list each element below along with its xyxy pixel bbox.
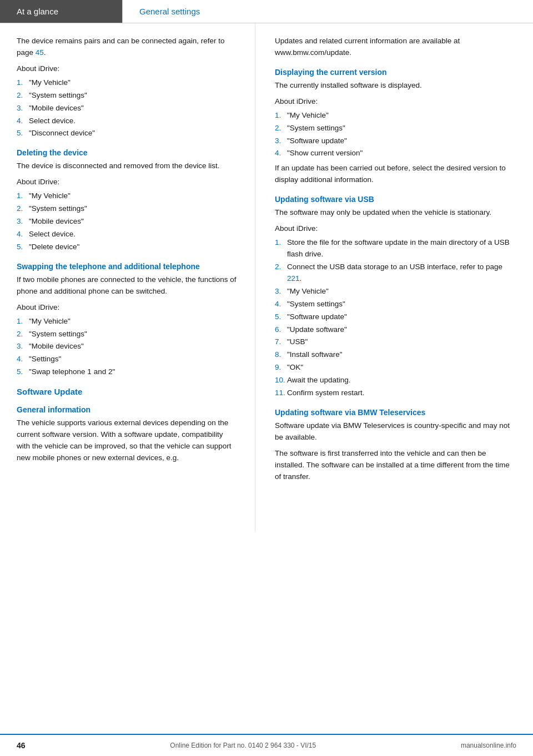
- list-item: 2."System settings": [17, 203, 238, 215]
- list-item: 10.Await the updating.: [275, 375, 516, 386]
- tab-at-a-glance[interactable]: At a glance: [0, 0, 122, 23]
- list-item: 5."Software update": [275, 311, 516, 323]
- list-swap: 1."My Vehicle" 2."System settings" 3."Mo…: [17, 316, 238, 379]
- heading-deleting: Deleting the device: [17, 148, 238, 157]
- list-item: 1.Store the file for the software update…: [275, 237, 516, 260]
- heading-usb: Updating software via USB: [275, 195, 516, 204]
- list-display-version: 1."My Vehicle" 2."System settings" 3."So…: [275, 110, 516, 160]
- list-item: 2.Connect the USB data storage to an USB…: [275, 261, 516, 285]
- list-item: 1."My Vehicle": [275, 110, 516, 122]
- list-disconnect: 1."My Vehicle" 2."System settings" 3."Mo…: [17, 77, 238, 140]
- about-idrive-2: About iDrive:: [17, 177, 238, 188]
- heading-software-update: Software Update: [17, 387, 238, 396]
- list-item: 4."System settings": [275, 299, 516, 310]
- para-swapping: If two mobile phones are connected to th…: [17, 274, 238, 298]
- para-updates: Updates and related current information …: [275, 36, 516, 59]
- about-idrive-right-1: About iDrive:: [275, 96, 516, 108]
- list-item: 8."Install software": [275, 349, 516, 361]
- list-item: 7."USB": [275, 336, 516, 348]
- list-item: 4."Settings": [17, 354, 238, 365]
- list-item: 3."Mobile devices": [17, 216, 238, 228]
- list-item: 3."Mobile devices": [17, 103, 238, 114]
- list-item: 1."My Vehicle": [17, 77, 238, 89]
- para-bmw1: Software update via BMW Teleservices is …: [275, 420, 516, 443]
- list-item: 4."Show current version": [275, 148, 516, 159]
- para-after-version-list: If an update has been carried out before…: [275, 163, 516, 186]
- about-idrive-3: About iDrive:: [17, 302, 238, 314]
- footer: 46 Online Edition for Part no. 0140 2 96…: [0, 734, 533, 756]
- list-item: 9."OK": [275, 362, 516, 374]
- para-deleting: The device is disconnected and removed f…: [17, 160, 238, 172]
- list-usb-update: 1.Store the file for the software update…: [275, 237, 516, 399]
- list-item: 5."Swap telephone 1 and 2": [17, 366, 238, 378]
- about-idrive-1: About iDrive:: [17, 63, 238, 75]
- para-displaying: The currently installed software is disp…: [275, 80, 516, 92]
- list-item: 4.Select device.: [17, 115, 238, 127]
- list-item: 2."System settings": [17, 329, 238, 340]
- reconnect-para: The device remains pairs and can be conn…: [17, 36, 238, 59]
- heading-displaying: Displaying the current version: [275, 68, 516, 77]
- list-item: 3."Software update": [275, 135, 516, 147]
- page-link-45[interactable]: 45: [36, 48, 44, 57]
- list-item: 3."My Vehicle": [275, 286, 516, 298]
- page-number: 46: [17, 741, 26, 750]
- main-content: The device remains pairs and can be conn…: [0, 23, 533, 532]
- footer-center-text: Online Edition for Part no. 0140 2 964 3…: [170, 742, 316, 749]
- list-item: 3."Mobile devices": [17, 341, 238, 352]
- para-usb: The software may only be updated when th…: [275, 207, 516, 219]
- list-item: 6."Update software": [275, 324, 516, 336]
- list-item: 2."System settings": [275, 123, 516, 134]
- right-column: Updates and related current information …: [255, 23, 533, 532]
- left-column: The device remains pairs and can be conn…: [0, 23, 255, 532]
- top-navigation: At a glance General settings: [0, 0, 533, 23]
- heading-swapping: Swapping the telephone and additional te…: [17, 262, 238, 271]
- list-item: 1."My Vehicle": [17, 316, 238, 327]
- footer-logo: manualsonline.info: [461, 742, 516, 749]
- list-item: 1."My Vehicle": [17, 190, 238, 202]
- para-bmw2: The software is first transferred into t…: [275, 448, 516, 483]
- list-item: 11.Confirm system restart.: [275, 387, 516, 399]
- list-item: 4.Select device.: [17, 229, 238, 240]
- heading-bmw-teleservices: Updating software via BMW Teleservices: [275, 408, 516, 417]
- page-link-221[interactable]: 221: [287, 274, 300, 283]
- list-delete: 1."My Vehicle" 2."System settings" 3."Mo…: [17, 190, 238, 253]
- about-idrive-right-2: About iDrive:: [275, 223, 516, 235]
- list-item: 2."System settings": [17, 90, 238, 102]
- list-item: 5."Delete device": [17, 241, 238, 253]
- para-general: The vehicle supports various external de…: [17, 417, 238, 464]
- heading-general-information: General information: [17, 405, 238, 414]
- list-item: 5."Disconnect device": [17, 128, 238, 139]
- tab-general-settings[interactable]: General settings: [122, 0, 233, 23]
